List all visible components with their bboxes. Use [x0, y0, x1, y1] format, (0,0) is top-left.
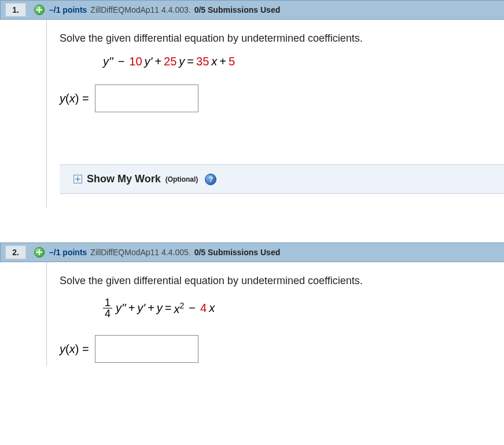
eq-coef: 25 — [164, 55, 176, 68]
eq-coef: 5 — [229, 55, 235, 68]
answer-row: y(x) = — [60, 335, 504, 363]
question-body: Solve the given differential equation by… — [46, 262, 504, 366]
help-icon[interactable]: ? — [205, 174, 216, 185]
question-1: 1. –/1 points ZillDiffEQModAp11 4.4.003.… — [0, 0, 504, 208]
eq-term: y'' — [103, 55, 113, 68]
show-my-work-optional: (Optional) — [165, 175, 198, 183]
eq-op: − — [189, 301, 196, 315]
eq-term: y — [179, 55, 185, 68]
question-header: 1. –/1 points ZillDiffEQModAp11 4.4.003.… — [0, 0, 504, 20]
eq-op: + — [154, 55, 161, 68]
eq-term: y' — [145, 55, 153, 68]
answer-label: y(x) = — [60, 343, 89, 356]
eq-op: + — [219, 55, 226, 68]
points-label[interactable]: –/1 points — [49, 5, 87, 14]
eq-coef: 4 — [200, 301, 207, 315]
eq-coef: 35 — [196, 55, 209, 68]
eq-term: x — [209, 301, 215, 315]
question-prompt: Solve the given differential equation by… — [60, 275, 504, 287]
eq-op: + — [128, 301, 135, 315]
eq-term: x2 — [174, 301, 185, 316]
eq-op: = — [187, 55, 194, 68]
submissions-used: 0/5 Submissions Used — [194, 5, 281, 14]
expand-icon[interactable] — [73, 175, 82, 183]
question-number: 2. — [5, 245, 26, 259]
eq-term: x — [211, 55, 217, 68]
eq-coef: 10 — [129, 55, 142, 68]
eq-op: + — [148, 301, 154, 315]
eq-op: − — [118, 55, 125, 68]
question-source: ZillDiffEQModAp11 4.4.003. — [90, 5, 190, 14]
question-2: 2. –/1 points ZillDiffEQModAp11 4.4.005.… — [0, 242, 504, 366]
expand-question-icon[interactable] — [34, 247, 45, 258]
question-source: ZillDiffEQModAp11 4.4.005. — [90, 248, 190, 257]
submissions-used: 0/5 Submissions Used — [194, 248, 281, 257]
expand-question-icon[interactable] — [34, 5, 45, 15]
question-body: Solve the given differential equation by… — [46, 20, 504, 208]
eq-frac-num: 1 — [103, 297, 112, 308]
eq-op: = — [165, 301, 172, 315]
answer-input[interactable] — [95, 335, 198, 363]
equation: y'' − 10y' + 25y = 35x + 5 — [103, 55, 504, 68]
show-my-work-panel[interactable]: Show My Work (Optional) ? — [60, 164, 504, 194]
points-label[interactable]: –/1 points — [49, 248, 87, 257]
eq-term: y' — [137, 301, 145, 315]
answer-label: y(x) = — [60, 92, 89, 105]
question-prompt: Solve the given differential equation by… — [60, 32, 504, 45]
question-header: 2. –/1 points ZillDiffEQModAp11 4.4.005.… — [0, 242, 504, 262]
eq-fraction: 1 4 — [103, 297, 112, 319]
answer-input[interactable] — [95, 84, 198, 112]
question-number: 1. — [5, 3, 26, 17]
equation: 1 4 y'' + y' + y = x2 − 4x — [103, 297, 504, 319]
show-my-work-label: Show My Work — [87, 173, 161, 185]
eq-frac-den: 4 — [103, 308, 112, 319]
eq-term: y'' — [116, 301, 126, 315]
eq-term: y — [157, 301, 163, 315]
answer-row: y(x) = — [60, 84, 504, 112]
